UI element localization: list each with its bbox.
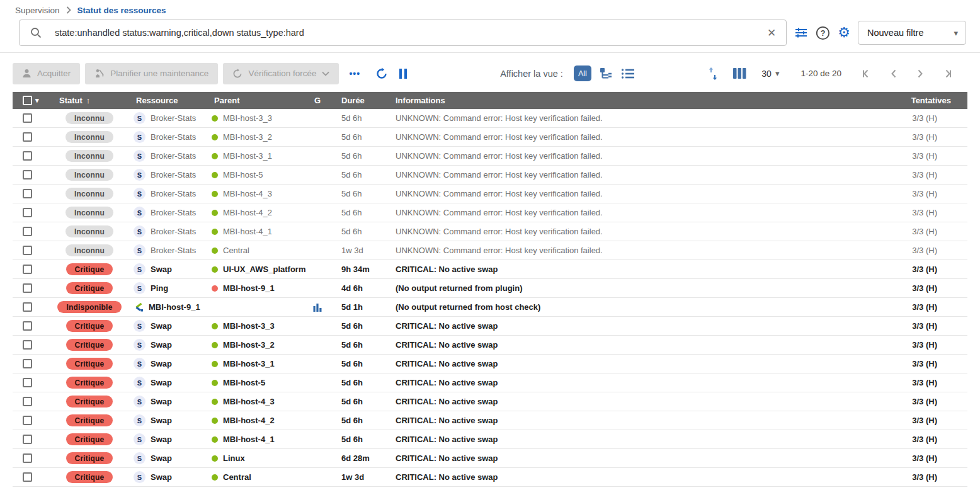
parent-status-dot [212,191,218,197]
row-checkbox[interactable] [23,397,32,406]
row-checkbox[interactable] [23,265,32,274]
status-information: CRITICAL: No active swap [382,435,873,444]
pause-icon[interactable] [399,69,407,79]
service-icon: S [134,414,145,426]
downtime-button[interactable]: Planifier une maintenance [85,63,218,84]
forced-check-button[interactable]: Vérification forcée [223,63,339,84]
row-checkbox[interactable] [23,132,32,142]
columns-icon[interactable] [733,68,746,79]
row-checkbox[interactable] [23,283,32,293]
row-checkbox[interactable] [23,246,32,255]
resource-name[interactable]: Swap [151,435,172,444]
per-page-select[interactable]: 30 ▾ [761,69,779,79]
column-header-resource[interactable]: Ressource [131,96,210,105]
row-checkbox[interactable] [23,302,32,312]
parent-name[interactable]: MBI-host-4_3 [223,397,275,406]
resource-name[interactable]: Broker-Stats [151,151,196,161]
breadcrumb-statut-des-ressources[interactable]: Statut des ressources [77,6,166,15]
parent-name[interactable]: MBI-host-4_1 [223,227,272,236]
sync-icon [232,69,242,79]
parent-name[interactable]: MBI-host-3_2 [223,340,275,350]
row-checkbox[interactable] [23,227,32,236]
row-checkbox[interactable] [23,378,32,387]
parent-name[interactable]: MBI-host-5 [223,378,265,387]
resource-name[interactable]: Swap [151,416,172,425]
column-header-duration[interactable]: Durée [329,96,382,105]
parent-name[interactable]: Central [223,246,249,255]
parent-name[interactable]: MBI-host-4_2 [223,208,272,217]
parent-name[interactable]: Linux [223,453,245,463]
sort-asc-icon: ↑ [86,96,91,105]
last-page-button[interactable] [942,69,952,79]
parent-name[interactable]: MBI-host-3_3 [223,321,275,331]
tune-filter-icon[interactable] [794,26,808,39]
resource-name[interactable]: Swap [151,265,172,274]
row-checkbox[interactable] [23,435,32,444]
resource-name[interactable]: Broker-Stats [151,189,196,198]
help-icon[interactable]: ? [816,26,830,40]
resource-name[interactable]: Broker-Stats [151,132,196,142]
row-checkbox[interactable] [23,472,32,482]
column-header-tries[interactable]: Tentatives [873,96,967,105]
row-checkbox[interactable] [23,321,32,331]
status-information: UNKNOWN: Command error: Host key verific… [382,132,873,142]
row-checkbox[interactable] [23,416,32,425]
row-checkbox[interactable] [23,151,32,161]
parent-name[interactable]: MBI-host-3_2 [223,132,272,142]
graph-icon[interactable] [313,303,322,312]
parent-name[interactable]: MBI-host-3_1 [223,359,275,368]
resource-name[interactable]: Broker-Stats [151,246,196,255]
parent-name[interactable]: MBI-host-3_1 [223,151,272,161]
resource-name[interactable]: Broker-Stats [151,208,196,217]
resource-name[interactable]: Broker-Stats [151,170,196,179]
more-actions-icon[interactable]: ••• [349,69,360,79]
resource-name[interactable]: Swap [151,397,172,406]
row-checkbox[interactable] [23,359,32,368]
parent-name[interactable]: MBI-host-5 [223,170,263,179]
select-all-checkbox[interactable] [23,96,32,105]
first-page-button[interactable] [862,69,872,79]
resource-name[interactable]: Broker-Stats [151,227,196,236]
row-checkbox[interactable] [23,189,32,198]
filter-select[interactable]: Nouveau filtre ▾ [858,21,966,45]
select-menu-caret-icon[interactable]: ▾ [35,96,39,105]
resource-name[interactable]: Swap [151,378,172,387]
parent-name[interactable]: Central [223,472,251,482]
refresh-icon[interactable] [375,67,388,80]
resource-name[interactable]: Broker-Stats [151,113,196,123]
next-page-button[interactable] [916,69,925,79]
resource-name[interactable]: Swap [151,472,172,482]
column-header-info[interactable]: Informations [382,96,873,105]
clear-search-icon[interactable]: ✕ [766,26,777,40]
parent-name[interactable]: MBI-host-9_1 [223,283,275,293]
parent-name[interactable]: MBI-host-4_3 [223,189,272,198]
column-header-graph[interactable]: G [306,96,329,105]
parent-name[interactable]: UI-UX_AWS_platform [223,265,305,274]
parent-name[interactable]: MBI-host-4_1 [223,435,275,444]
resource-name[interactable]: Swap [151,340,172,350]
tree-view-icon[interactable] [600,67,613,80]
row-checkbox[interactable] [23,170,32,179]
search-input[interactable] [55,28,753,38]
parent-name[interactable]: MBI-host-4_2 [223,416,275,425]
resource-name[interactable]: Ping [151,283,168,293]
row-checkbox[interactable] [23,453,32,463]
breadcrumb-supervision[interactable]: Supervision [15,6,60,15]
resource-name[interactable]: MBI-host-9_1 [149,302,200,312]
parent-name[interactable]: MBI-host-3_3 [223,113,272,123]
search-box[interactable]: ✕ [19,20,787,46]
column-header-parent[interactable]: Parent [210,96,306,105]
row-checkbox[interactable] [23,340,32,350]
swap-vert-icon[interactable] [708,67,718,81]
previous-page-button[interactable] [889,69,898,79]
resource-name[interactable]: Swap [151,359,172,368]
acknowledge-button[interactable]: Acquitter [13,63,80,84]
resource-name[interactable]: Swap [151,453,172,463]
row-checkbox[interactable] [23,208,32,217]
list-view-icon[interactable] [621,68,635,79]
view-all-button[interactable]: All [574,66,591,81]
row-checkbox[interactable] [23,113,32,123]
column-header-status[interactable]: Statut ↑ [48,96,131,105]
gear-icon[interactable]: ⚙ [838,26,850,40]
resource-name[interactable]: Swap [151,321,172,331]
